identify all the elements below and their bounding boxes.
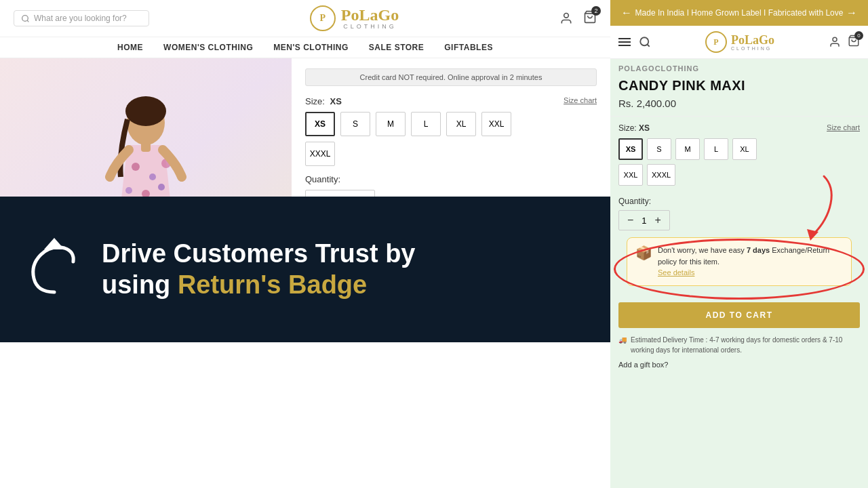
size-xs[interactable]: XS (305, 112, 335, 136)
svg-point-0 (22, 15, 28, 21)
mobile-logo-name: PoLaGo (731, 34, 774, 46)
desktop-logo: P PoLaGo CLOTHING (310, 5, 399, 31)
logo-tagline: CLOTHING (341, 23, 399, 30)
mobile-see-details[interactable]: See details (658, 267, 843, 279)
size-label: Size: XS Size chart (305, 96, 597, 106)
logo-text-area: PoLaGo CLOTHING (341, 7, 399, 30)
credit-banner: Credit card NOT required. Online approva… (305, 68, 597, 86)
size-s[interactable]: S (340, 112, 370, 136)
hamburger-icon[interactable] (618, 38, 631, 46)
mobile-header-icons: 0 (829, 35, 860, 49)
mobile-qty-increase[interactable]: + (655, 214, 661, 226)
svg-point-12 (125, 187, 132, 194)
nav-womens[interactable]: WOMEN'S CLOTHING (163, 43, 253, 52)
mobile-return-badge-container: 📦 Don't worry, we have easy 7 days Excha… (610, 237, 868, 302)
mobile-qty-value: 1 (642, 216, 646, 226)
mobile-cart[interactable]: 0 (848, 35, 860, 49)
mobile-size-l[interactable]: L (704, 138, 728, 160)
search-placeholder: What are you looking for? (34, 14, 127, 23)
search-bar[interactable]: What are you looking for? (14, 10, 149, 26)
mobile-size-xl[interactable]: XL (732, 138, 757, 160)
size-m[interactable]: M (376, 112, 406, 136)
mobile-header: P PoLaGo CLOTHING 0 (610, 26, 868, 59)
size-buttons-row2: XXXL (305, 142, 597, 166)
mobile-return-icon: 📦 (635, 245, 652, 261)
bottom-bar: Drive Customers Trust by using Return's … (0, 197, 610, 342)
mobile-user-icon[interactable] (829, 36, 841, 48)
svg-point-9 (132, 163, 140, 171)
store-header: What are you looking for? P PoLaGo CLOTH… (0, 0, 610, 37)
svg-point-38 (833, 37, 837, 41)
size-buttons: XS S M L XL XXL (305, 112, 597, 136)
mobile-size-chart[interactable]: Size chart (827, 123, 860, 133)
svg-marker-36 (44, 238, 64, 249)
size-xxl[interactable]: XXL (481, 112, 511, 136)
nav-mens[interactable]: MEN'S CLOTHING (273, 43, 349, 52)
mobile-gift-box: Add a gift box? (610, 355, 868, 369)
size-l[interactable]: L (411, 112, 441, 136)
bottom-line2: using Return's Badge (102, 270, 415, 301)
mobile-price: Rs. 2,400.00 (610, 98, 868, 117)
mobile-banner: ← Made In India I Home Grown Label I Fab… (610, 0, 868, 26)
mobile-size-xs[interactable]: XS (618, 138, 643, 160)
nav-home[interactable]: HOME (117, 43, 143, 52)
mobile-cart-count: 0 (854, 31, 863, 40)
curl-arrow-svg (27, 235, 81, 296)
svg-point-37 (640, 37, 648, 45)
mobile-qty-decrease[interactable]: − (627, 214, 633, 226)
svg-point-10 (149, 174, 156, 180)
mobile-size-xxxl[interactable]: XXXL (647, 164, 675, 186)
mobile-size-m[interactable]: M (675, 138, 700, 160)
mobile-logo-circle: P (705, 31, 727, 53)
mobile-return-text: Don't worry, we have easy 7 days Exchang… (658, 245, 843, 279)
logo-circle: P (310, 5, 336, 31)
size-section: Size: XS Size chart XS S M L XL XXL XXXL (305, 96, 597, 166)
mobile-size-label: Size: XS Size chart (618, 123, 860, 133)
mobile-search-icon[interactable] (639, 36, 651, 48)
main-wrapper: What are you looking for? P PoLaGo CLOTH… (0, 0, 868, 488)
nav-gifts[interactable]: GIFTABLES (444, 43, 493, 52)
mobile-return-badge: 📦 Don't worry, we have easy 7 days Excha… (627, 237, 852, 286)
mobile-size-s[interactable]: S (647, 138, 671, 160)
mobile-qty-controls: − 1 + (618, 210, 670, 230)
mobile-delivery-info: 🚚 Estimated Delivery Time : 4-7 working … (610, 335, 868, 355)
header-icons: 2 (559, 10, 597, 26)
banner-left-arrow: ← (621, 7, 632, 19)
desktop-section: What are you looking for? P PoLaGo CLOTH… (0, 0, 610, 342)
svg-point-14 (158, 184, 165, 190)
logo-name: PoLaGo (341, 7, 399, 23)
mobile-logo-sub: CLOTHING (731, 46, 774, 51)
search-icon (21, 14, 30, 23)
desktop-nav: HOME WOMEN'S CLOTHING MEN'S CLOTHING SAL… (0, 37, 610, 58)
svg-point-8 (125, 96, 166, 126)
red-arrow-mobile (787, 173, 848, 244)
cart-count: 2 (591, 6, 601, 16)
mobile-store-name: POLAGOCLOTHING (610, 59, 868, 75)
size-chart-link[interactable]: Size chart (564, 96, 597, 104)
svg-point-1 (564, 14, 569, 18)
svg-rect-31 (141, 142, 151, 152)
mobile-size-buttons-row1: XS S M L XL (618, 138, 860, 160)
banner-right-arrow: → (846, 7, 857, 19)
nav-sale[interactable]: SALE STORE (369, 43, 424, 52)
banner-text: Made In India I Home Grown Label I Fabri… (632, 8, 846, 18)
size-xl[interactable]: XL (446, 112, 476, 136)
quantity-label: Quantity: (305, 174, 597, 184)
mobile-size-xxl[interactable]: XXL (618, 164, 643, 186)
bottom-text: Drive Customers Trust by using Return's … (102, 239, 415, 300)
size-xxxl[interactable]: XXXL (305, 142, 335, 166)
user-icon[interactable] (559, 12, 573, 25)
mobile-add-to-cart[interactable]: ADD TO CART (618, 302, 860, 328)
mobile-panel: ← Made In India I Home Grown Label I Fab… (610, 0, 868, 488)
cart-badge[interactable]: 2 (583, 10, 597, 26)
mobile-logo: P PoLaGo CLOTHING (659, 31, 821, 53)
bottom-line1: Drive Customers Trust by (102, 239, 415, 270)
mobile-product-title: CANDY PINK MAXI (610, 75, 868, 98)
curl-arrow-icon (27, 235, 81, 304)
